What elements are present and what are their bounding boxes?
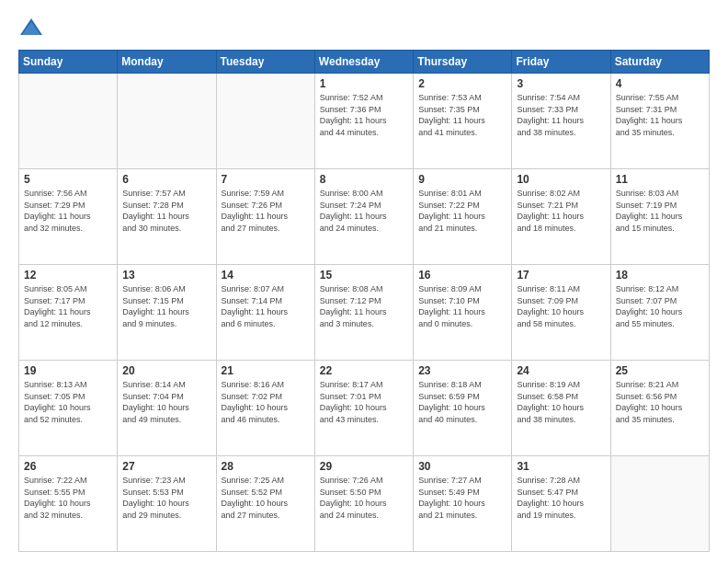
calendar-cell: 22Sunrise: 8:17 AM Sunset: 7:01 PM Dayli… [314, 361, 413, 456]
calendar-week-row: 1Sunrise: 7:52 AM Sunset: 7:36 PM Daylig… [19, 74, 710, 169]
day-number: 7 [222, 173, 310, 186]
calendar-week-row: 26Sunrise: 7:22 AM Sunset: 5:55 PM Dayli… [19, 456, 710, 552]
day-info: Sunrise: 7:27 AM Sunset: 5:49 PM Dayligh… [418, 475, 506, 521]
day-info: Sunrise: 8:14 AM Sunset: 7:04 PM Dayligh… [122, 379, 210, 425]
day-info: Sunrise: 8:05 AM Sunset: 7:17 PM Dayligh… [24, 283, 112, 329]
day-info: Sunrise: 8:00 AM Sunset: 7:24 PM Dayligh… [320, 188, 408, 234]
day-info: Sunrise: 7:57 AM Sunset: 7:28 PM Dayligh… [122, 188, 210, 234]
day-info: Sunrise: 7:54 AM Sunset: 7:33 PM Dayligh… [517, 92, 605, 138]
calendar-week-row: 12Sunrise: 8:05 AM Sunset: 7:17 PM Dayli… [19, 265, 710, 361]
day-info: Sunrise: 8:09 AM Sunset: 7:10 PM Dayligh… [418, 283, 506, 329]
day-number: 25 [616, 364, 704, 377]
day-info: Sunrise: 7:52 AM Sunset: 7:36 PM Dayligh… [320, 92, 408, 138]
day-number: 24 [517, 364, 605, 377]
calendar-table: SundayMondayTuesdayWednesdayThursdayFrid… [18, 50, 710, 552]
calendar-cell: 4Sunrise: 7:55 AM Sunset: 7:31 PM Daylig… [610, 74, 709, 169]
day-info: Sunrise: 8:01 AM Sunset: 7:22 PM Dayligh… [418, 188, 506, 234]
day-number: 18 [616, 269, 704, 282]
calendar-cell [216, 74, 314, 169]
calendar-cell: 23Sunrise: 8:18 AM Sunset: 6:59 PM Dayli… [414, 361, 512, 456]
calendar-cell: 18Sunrise: 8:12 AM Sunset: 7:07 PM Dayli… [610, 265, 709, 361]
top-section [18, 15, 710, 40]
day-info: Sunrise: 7:56 AM Sunset: 7:29 PM Dayligh… [24, 188, 112, 234]
day-info: Sunrise: 8:07 AM Sunset: 7:14 PM Dayligh… [222, 283, 310, 329]
page: SundayMondayTuesdayWednesdayThursdayFrid… [0, 0, 728, 563]
day-info: Sunrise: 8:16 AM Sunset: 7:02 PM Dayligh… [222, 379, 310, 425]
calendar-cell: 11Sunrise: 8:03 AM Sunset: 7:19 PM Dayli… [610, 169, 709, 265]
calendar-day-header: Thursday [414, 51, 512, 74]
calendar-cell: 17Sunrise: 8:11 AM Sunset: 7:09 PM Dayli… [512, 265, 610, 361]
day-info: Sunrise: 8:11 AM Sunset: 7:09 PM Dayligh… [517, 283, 605, 329]
day-number: 29 [320, 460, 408, 473]
day-number: 4 [616, 77, 704, 90]
day-info: Sunrise: 7:22 AM Sunset: 5:55 PM Dayligh… [24, 475, 112, 521]
calendar-cell [19, 74, 118, 169]
calendar-cell: 21Sunrise: 8:16 AM Sunset: 7:02 PM Dayli… [216, 361, 314, 456]
calendar-cell: 10Sunrise: 8:02 AM Sunset: 7:21 PM Dayli… [512, 169, 610, 265]
calendar-week-row: 19Sunrise: 8:13 AM Sunset: 7:05 PM Dayli… [19, 361, 710, 456]
day-number: 15 [320, 269, 408, 282]
calendar-cell: 7Sunrise: 7:59 AM Sunset: 7:26 PM Daylig… [216, 169, 314, 265]
day-info: Sunrise: 7:28 AM Sunset: 5:47 PM Dayligh… [517, 475, 605, 521]
day-info: Sunrise: 8:06 AM Sunset: 7:15 PM Dayligh… [122, 283, 210, 329]
calendar-cell: 6Sunrise: 7:57 AM Sunset: 7:28 PM Daylig… [118, 169, 216, 265]
calendar-cell: 13Sunrise: 8:06 AM Sunset: 7:15 PM Dayli… [118, 265, 216, 361]
calendar-day-header: Sunday [19, 51, 118, 74]
day-number: 21 [222, 364, 310, 377]
day-info: Sunrise: 8:02 AM Sunset: 7:21 PM Dayligh… [517, 188, 605, 234]
day-number: 3 [517, 77, 605, 90]
calendar-cell: 3Sunrise: 7:54 AM Sunset: 7:33 PM Daylig… [512, 74, 610, 169]
day-info: Sunrise: 8:21 AM Sunset: 6:56 PM Dayligh… [616, 379, 704, 425]
day-info: Sunrise: 8:12 AM Sunset: 7:07 PM Dayligh… [616, 283, 704, 329]
calendar-cell: 12Sunrise: 8:05 AM Sunset: 7:17 PM Dayli… [19, 265, 118, 361]
day-number: 9 [418, 173, 506, 186]
day-number: 23 [418, 364, 506, 377]
calendar-cell: 9Sunrise: 8:01 AM Sunset: 7:22 PM Daylig… [414, 169, 512, 265]
calendar-cell: 2Sunrise: 7:53 AM Sunset: 7:35 PM Daylig… [414, 74, 512, 169]
day-info: Sunrise: 7:55 AM Sunset: 7:31 PM Dayligh… [616, 92, 704, 138]
day-number: 10 [517, 173, 605, 186]
calendar-day-header: Monday [118, 51, 216, 74]
day-number: 28 [222, 460, 310, 473]
day-info: Sunrise: 8:13 AM Sunset: 7:05 PM Dayligh… [24, 379, 112, 425]
day-number: 27 [122, 460, 210, 473]
day-info: Sunrise: 8:08 AM Sunset: 7:12 PM Dayligh… [320, 283, 408, 329]
calendar-cell: 24Sunrise: 8:19 AM Sunset: 6:58 PM Dayli… [512, 361, 610, 456]
logo [18, 15, 48, 40]
day-number: 13 [122, 269, 210, 282]
calendar-header-row: SundayMondayTuesdayWednesdayThursdayFrid… [19, 51, 710, 74]
calendar-cell: 14Sunrise: 8:07 AM Sunset: 7:14 PM Dayli… [216, 265, 314, 361]
day-number: 12 [24, 269, 112, 282]
calendar-cell: 8Sunrise: 8:00 AM Sunset: 7:24 PM Daylig… [314, 169, 413, 265]
calendar-cell: 1Sunrise: 7:52 AM Sunset: 7:36 PM Daylig… [314, 74, 413, 169]
day-number: 6 [122, 173, 210, 186]
day-number: 31 [517, 460, 605, 473]
day-number: 26 [24, 460, 112, 473]
calendar-cell: 29Sunrise: 7:26 AM Sunset: 5:50 PM Dayli… [314, 456, 413, 552]
day-info: Sunrise: 8:18 AM Sunset: 6:59 PM Dayligh… [418, 379, 506, 425]
day-number: 2 [418, 77, 506, 90]
day-number: 20 [122, 364, 210, 377]
calendar-cell: 30Sunrise: 7:27 AM Sunset: 5:49 PM Dayli… [414, 456, 512, 552]
calendar-cell: 28Sunrise: 7:25 AM Sunset: 5:52 PM Dayli… [216, 456, 314, 552]
day-info: Sunrise: 7:26 AM Sunset: 5:50 PM Dayligh… [320, 475, 408, 521]
day-number: 19 [24, 364, 112, 377]
calendar-cell: 5Sunrise: 7:56 AM Sunset: 7:29 PM Daylig… [19, 169, 118, 265]
calendar-cell: 15Sunrise: 8:08 AM Sunset: 7:12 PM Dayli… [314, 265, 413, 361]
day-number: 22 [320, 364, 408, 377]
day-info: Sunrise: 7:59 AM Sunset: 7:26 PM Dayligh… [222, 188, 310, 234]
day-info: Sunrise: 8:17 AM Sunset: 7:01 PM Dayligh… [320, 379, 408, 425]
day-number: 8 [320, 173, 408, 186]
calendar-cell: 19Sunrise: 8:13 AM Sunset: 7:05 PM Dayli… [19, 361, 118, 456]
calendar-cell: 25Sunrise: 8:21 AM Sunset: 6:56 PM Dayli… [610, 361, 709, 456]
day-number: 14 [222, 269, 310, 282]
calendar-day-header: Saturday [610, 51, 709, 74]
calendar-day-header: Wednesday [314, 51, 413, 74]
calendar-cell: 20Sunrise: 8:14 AM Sunset: 7:04 PM Dayli… [118, 361, 216, 456]
calendar-cell: 16Sunrise: 8:09 AM Sunset: 7:10 PM Dayli… [414, 265, 512, 361]
day-number: 16 [418, 269, 506, 282]
calendar-day-header: Friday [512, 51, 610, 74]
logo-icon [18, 15, 44, 40]
calendar-cell: 31Sunrise: 7:28 AM Sunset: 5:47 PM Dayli… [512, 456, 610, 552]
day-number: 17 [517, 269, 605, 282]
